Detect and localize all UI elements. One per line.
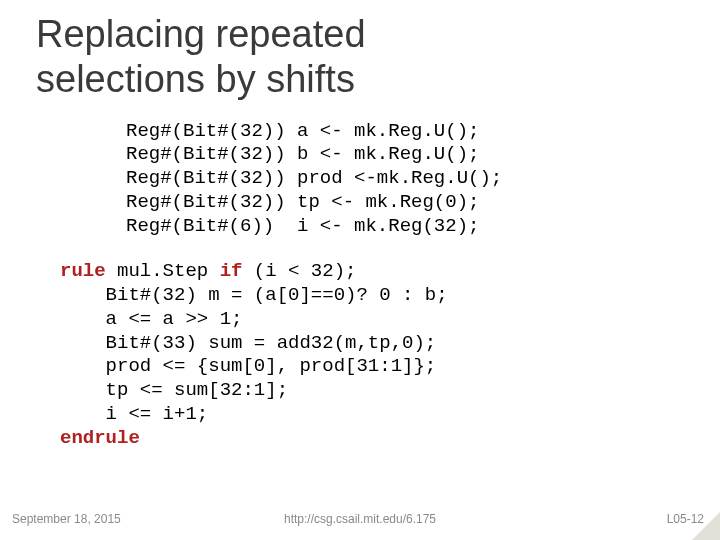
title-line-1: Replacing repeated xyxy=(36,13,366,55)
rule-block: rule mul.Step if (i < 32); Bit#(32) m = … xyxy=(60,260,690,450)
keyword-if: if xyxy=(220,260,243,282)
title-line-2: selections by shifts xyxy=(36,58,355,100)
footer-url: http://csg.csail.mit.edu/6.175 xyxy=(0,512,720,526)
rule-body-line: i <= i+1; xyxy=(60,403,208,425)
keyword-rule: rule xyxy=(60,260,106,282)
decl-line: Reg#(Bit#(32)) tp <- mk.Reg(0); xyxy=(126,191,479,213)
rule-body-line: Bit#(32) m = (a[0]==0)? 0 : b; xyxy=(60,284,448,306)
rule-body-line: a <= a >> 1; xyxy=(60,308,242,330)
rule-cond: (i < 32); xyxy=(242,260,356,282)
keyword-endrule: endrule xyxy=(60,427,140,449)
decl-line: Reg#(Bit#(32)) prod <-mk.Reg.U(); xyxy=(126,167,502,189)
decl-line: Reg#(Bit#(32)) b <- mk.Reg.U(); xyxy=(126,143,479,165)
rule-body-line: prod <= {sum[0], prod[31:1]}; xyxy=(60,355,436,377)
rule-head: mul.Step xyxy=(106,260,220,282)
rule-body-line: Bit#(33) sum = add32(m,tp,0); xyxy=(60,332,436,354)
decl-line: Reg#(Bit#(6)) i <- mk.Reg(32); xyxy=(126,215,479,237)
declarations-block: Reg#(Bit#(32)) a <- mk.Reg.U(); Reg#(Bit… xyxy=(126,120,690,239)
decl-line: Reg#(Bit#(32)) a <- mk.Reg.U(); xyxy=(126,120,479,142)
rule-body-line: tp <= sum[32:1]; xyxy=(60,379,288,401)
page-curl-icon xyxy=(692,512,720,540)
slide: Replacing repeatedselections by shifts R… xyxy=(0,0,720,540)
slide-title: Replacing repeatedselections by shifts xyxy=(36,12,690,102)
